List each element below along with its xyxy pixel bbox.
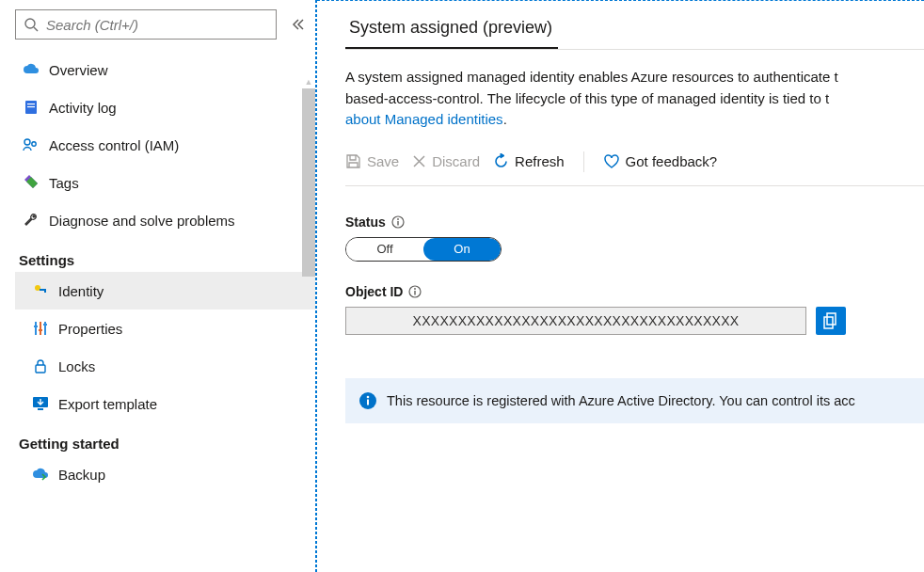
toolbar-separator xyxy=(583,151,584,172)
sidebar-section-settings: Settings xyxy=(19,252,315,268)
main-pane: System assigned (preview) A system assig… xyxy=(317,0,924,572)
key-icon xyxy=(33,283,48,298)
svg-rect-4 xyxy=(27,106,35,107)
sidebar-item-label: Overview xyxy=(43,62,108,78)
svg-rect-3 xyxy=(27,103,35,104)
wrench-icon xyxy=(24,213,39,228)
sidebar-item-backup[interactable]: Backup xyxy=(15,455,315,493)
save-icon xyxy=(345,153,361,169)
svg-rect-10 xyxy=(35,322,37,335)
svg-rect-21 xyxy=(397,221,398,226)
svg-point-0 xyxy=(25,19,35,28)
sidebar-item-label: Export template xyxy=(53,396,157,412)
sidebar-item-label: Locks xyxy=(53,358,95,374)
svg-rect-13 xyxy=(34,326,38,327)
sidebar-item-label: Access control (IAM) xyxy=(43,137,179,153)
status-toggle[interactable]: Off On xyxy=(345,237,502,262)
cloud-icon xyxy=(23,63,40,76)
sidebar-item-access-control[interactable]: Access control (IAM) xyxy=(15,126,315,164)
sidebar-item-label: Activity log xyxy=(43,100,117,116)
info-circle-icon xyxy=(358,391,377,410)
sidebar-item-label: Properties xyxy=(53,321,122,337)
close-icon xyxy=(412,154,426,168)
toggle-off[interactable]: Off xyxy=(346,238,423,261)
sidebar-item-label: Identity xyxy=(53,283,104,299)
svg-point-28 xyxy=(367,395,370,398)
book-icon xyxy=(24,100,39,115)
refresh-button[interactable]: Refresh xyxy=(493,153,565,169)
lock-icon xyxy=(34,358,47,373)
info-banner-text: This resource is registered with Azure A… xyxy=(387,393,855,408)
status-label-row: Status xyxy=(345,214,924,230)
monitor-download-icon xyxy=(32,396,49,411)
toggle-on[interactable]: On xyxy=(423,238,501,261)
info-banner: This resource is registered with Azure A… xyxy=(345,378,924,423)
object-id-field[interactable]: XXXXXXXXXXXXXXXXXXXXXXXXXXXXXXXXXXXX xyxy=(345,307,806,335)
search-icon xyxy=(24,17,39,32)
svg-rect-11 xyxy=(40,322,41,335)
sidebar-item-overview[interactable]: Overview xyxy=(15,51,315,88)
refresh-icon xyxy=(493,153,509,169)
sidebar-item-locks[interactable]: Locks xyxy=(15,347,315,385)
save-button[interactable]: Save xyxy=(345,153,399,169)
svg-rect-24 xyxy=(415,291,416,295)
sidebar-item-export-template[interactable]: Export template xyxy=(15,385,315,422)
learn-more-link[interactable]: about Managed identities xyxy=(345,111,503,127)
feedback-button[interactable]: Got feedback? xyxy=(603,153,718,169)
sidebar-item-tags[interactable]: Tags xyxy=(15,164,315,201)
chevron-double-left-icon xyxy=(292,18,305,31)
info-icon[interactable] xyxy=(391,215,405,229)
svg-rect-29 xyxy=(367,399,369,405)
sidebar-item-properties[interactable]: Properties xyxy=(15,310,315,347)
people-icon xyxy=(23,137,40,152)
svg-rect-15 xyxy=(43,324,47,326)
tab-row: System assigned (preview) xyxy=(345,10,924,50)
svg-rect-25 xyxy=(827,313,836,325)
svg-rect-18 xyxy=(38,408,43,410)
sidebar-item-diagnose[interactable]: Diagnose and solve problems xyxy=(15,201,315,239)
sidebar-item-activity-log[interactable]: Activity log xyxy=(15,88,315,126)
tab-system-assigned[interactable]: System assigned (preview) xyxy=(345,10,556,47)
svg-point-5 xyxy=(24,139,30,145)
cloud-arrow-icon xyxy=(32,468,49,481)
sidebar-section-getting-started: Getting started xyxy=(19,436,315,452)
svg-rect-14 xyxy=(39,329,42,331)
toolbar: Save Discard Refresh Got feedback? xyxy=(345,151,924,172)
collapse-sidebar-button[interactable] xyxy=(288,18,309,31)
sidebar-item-label: Backup xyxy=(53,467,105,483)
search-input[interactable] xyxy=(46,17,268,33)
svg-rect-26 xyxy=(824,317,833,328)
search-box[interactable] xyxy=(15,9,277,40)
sidebar-item-identity[interactable]: Identity xyxy=(15,272,315,310)
object-id-label: Object ID xyxy=(345,284,403,299)
description-text: A system assigned managed identity enabl… xyxy=(345,67,924,131)
tag-icon xyxy=(24,175,39,190)
svg-rect-9 xyxy=(44,289,46,293)
sidebar-item-label: Tags xyxy=(43,175,79,191)
scroll-up-arrow-icon[interactable]: ▲ xyxy=(302,75,315,88)
copy-button[interactable] xyxy=(816,307,846,335)
svg-line-1 xyxy=(34,27,38,31)
svg-point-23 xyxy=(415,288,417,290)
svg-point-20 xyxy=(397,218,399,220)
discard-button[interactable]: Discard xyxy=(412,153,480,169)
status-label: Status xyxy=(345,214,386,230)
sidebar-scrollbar[interactable]: ▲ xyxy=(302,75,315,564)
sliders-icon xyxy=(33,321,48,336)
info-icon[interactable] xyxy=(408,285,422,298)
svg-point-6 xyxy=(32,142,36,146)
heart-icon xyxy=(603,154,620,169)
sidebar: Overview Activity log Access control (IA… xyxy=(0,0,315,572)
object-id-label-row: Object ID xyxy=(345,284,924,299)
scrollbar-thumb[interactable] xyxy=(302,88,315,277)
sidebar-item-label: Diagnose and solve problems xyxy=(43,213,235,229)
copy-icon xyxy=(823,312,838,329)
svg-rect-16 xyxy=(36,365,45,373)
